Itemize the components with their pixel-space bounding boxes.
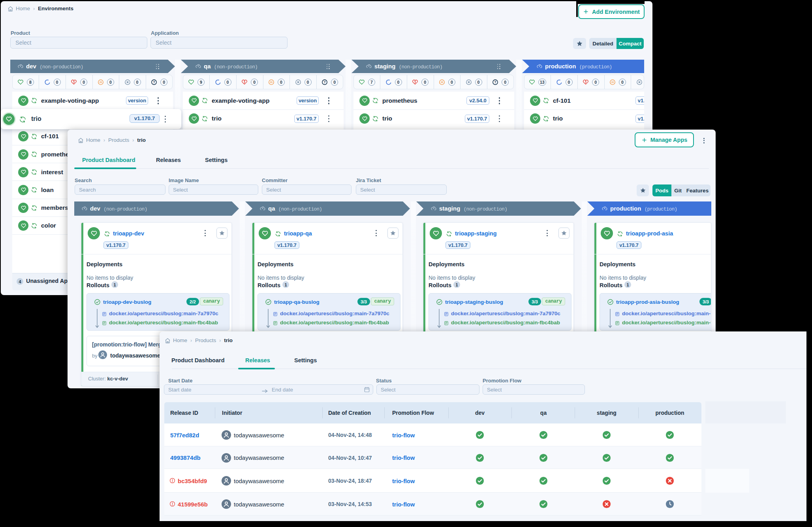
svg-text:?: ?: [153, 80, 155, 84]
svg-text:?: ?: [494, 80, 496, 84]
svg-text:?: ?: [324, 80, 326, 84]
